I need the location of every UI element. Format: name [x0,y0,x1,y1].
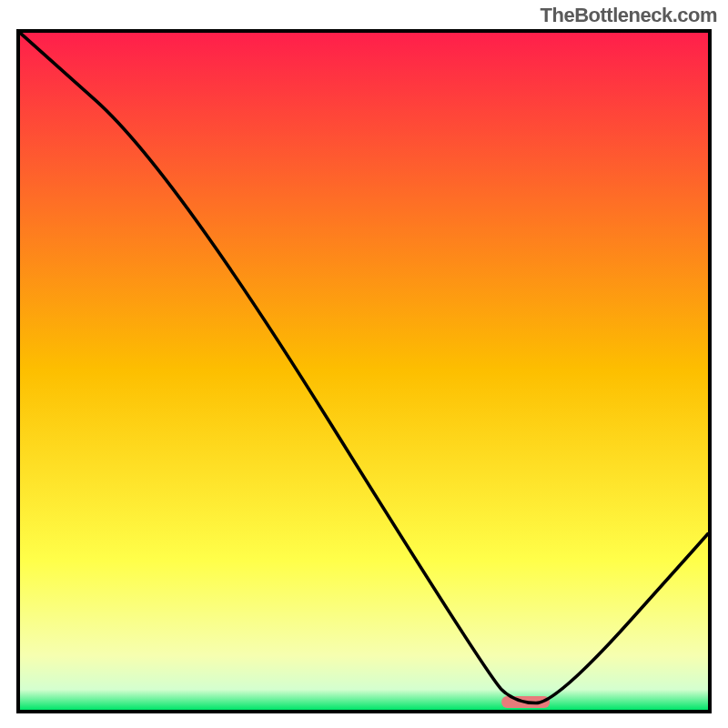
chart-svg [20,33,708,710]
chart-frame [16,29,712,713]
chart-background [20,33,708,710]
watermark-text: TheBottleneck.com [541,4,717,27]
